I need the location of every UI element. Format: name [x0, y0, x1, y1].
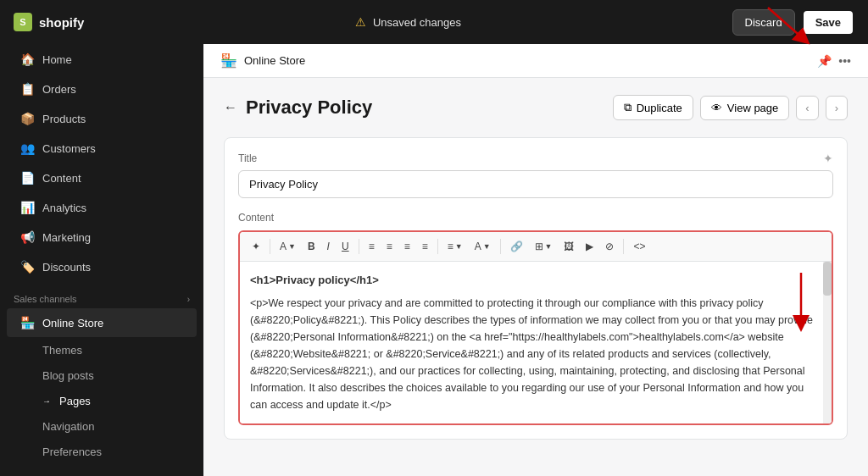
- sidebar-item-point-of-sale[interactable]: 🛒 Point of Sale: [7, 469, 197, 476]
- navigation-label: Navigation: [42, 420, 94, 433]
- sparkle-icon[interactable]: ✦: [823, 152, 833, 165]
- toolbar-table-btn[interactable]: ⊞ ▼: [530, 237, 558, 256]
- blog-posts-label: Blog posts: [42, 369, 94, 382]
- nav-next-button[interactable]: ›: [826, 96, 848, 120]
- sidebar-item-customers-label: Customers: [42, 142, 96, 155]
- toolbar-source-btn[interactable]: <>: [628, 237, 650, 256]
- unsaved-label: Unsaved changes: [373, 16, 461, 29]
- sidebar-item-content-label: Content: [42, 172, 81, 185]
- sidebar-item-discounts-label: Discounts: [42, 261, 91, 274]
- sidebar-item-online-store-label: Online Store: [42, 317, 103, 329]
- nav-prev-button[interactable]: ‹: [796, 96, 818, 120]
- topbar: S shopify ⚠ Unsaved changes Discard Save: [0, 0, 868, 44]
- sidebar-item-analytics-label: Analytics: [42, 202, 86, 214]
- sidebar-sub-pages[interactable]: → Pages: [7, 389, 197, 413]
- title-input[interactable]: [238, 170, 833, 198]
- sidebar-item-content[interactable]: 📄 Content: [7, 163, 197, 192]
- topbar-left: S shopify: [14, 13, 84, 31]
- view-page-button[interactable]: 👁 View page: [700, 96, 789, 120]
- toolbar-align-center-btn[interactable]: ≡: [381, 237, 398, 256]
- toolbar-sep-2: [359, 239, 359, 254]
- rich-text-editor: ✦ A ▼ B I U ≡ ≡ ≡ ≡ ≡ ▼ A ▼: [238, 230, 833, 425]
- themes-label: Themes: [42, 344, 82, 357]
- page-actions: ⧉ Duplicate 👁 View page ‹ ›: [613, 95, 848, 120]
- sales-channels-label: Sales channels ›: [0, 282, 203, 307]
- scrollbar-thumb[interactable]: [823, 262, 832, 296]
- shopify-logo: S shopify: [14, 13, 84, 31]
- page-content: ← Privacy Policy ⧉ Duplicate 👁 View page…: [203, 78, 868, 476]
- sidebar-item-analytics[interactable]: 📊 Analytics: [7, 193, 197, 222]
- toolbar-sep-5: [623, 239, 624, 254]
- sidebar-item-customers[interactable]: 👥 Customers: [7, 134, 197, 163]
- duplicate-icon: ⧉: [624, 101, 632, 114]
- toolbar-align-justify-btn[interactable]: ≡: [417, 237, 433, 256]
- sidebar-item-online-store[interactable]: 🏪 Online Store: [7, 308, 197, 337]
- sidebar-item-orders-label: Orders: [42, 83, 76, 96]
- editor-body[interactable]: <h1>Privacy policy</h1> <p>We respect yo…: [240, 262, 832, 423]
- sidebar-item-home[interactable]: 🏠 Home: [7, 45, 197, 74]
- editor-toolbar: ✦ A ▼ B I U ≡ ≡ ≡ ≡ ≡ ▼ A ▼: [240, 232, 832, 262]
- sidebar-item-discounts[interactable]: 🏷️ Discounts: [7, 252, 197, 281]
- content-area: 🏪 Online Store 📌 ••• ← Privacy Policy ⧉ …: [203, 44, 868, 476]
- preferences-label: Preferences: [42, 446, 102, 458]
- pages-label: Pages: [59, 395, 91, 407]
- sidebar-sub-navigation[interactable]: Navigation: [7, 414, 197, 439]
- sidebar-sub-preferences[interactable]: Preferences: [7, 440, 197, 464]
- shopify-name: shopify: [39, 15, 84, 30]
- toolbar-sep-4: [500, 239, 501, 254]
- toolbar-italic-btn[interactable]: I: [322, 237, 335, 256]
- sidebar-sub-themes[interactable]: Themes: [7, 338, 197, 363]
- toolbar-sep-3: [437, 239, 438, 254]
- content-icon: 📄: [20, 171, 34, 185]
- toolbar-image-btn[interactable]: 🖼: [559, 237, 579, 256]
- sidebar-item-home-label: Home: [42, 53, 72, 66]
- expand-icon[interactable]: ›: [187, 295, 190, 304]
- sidebar-item-marketing[interactable]: 📢 Marketing: [7, 223, 197, 252]
- page-title-row: ← Privacy Policy ⧉ Duplicate 👁 View page…: [224, 95, 848, 120]
- sidebar-item-products[interactable]: 📦 Products: [7, 104, 197, 133]
- toolbar-text-align-btn[interactable]: ≡ ▼: [442, 237, 468, 256]
- more-options-icon[interactable]: •••: [838, 54, 851, 68]
- scrollbar-track[interactable]: [823, 262, 832, 423]
- home-icon: 🏠: [20, 53, 34, 66]
- toolbar-font-family-btn[interactable]: A ▼: [275, 237, 301, 256]
- orders-icon: 📋: [20, 82, 34, 96]
- sidebar-item-products-label: Products: [42, 113, 86, 125]
- title-field-label: Title ✦: [238, 152, 833, 165]
- pin-icon[interactable]: 📌: [817, 54, 832, 68]
- sidebar-sub-blog-posts[interactable]: Blog posts: [7, 363, 197, 388]
- toolbar-clear-btn[interactable]: ⊘: [600, 237, 619, 256]
- eye-icon: 👁: [711, 102, 722, 114]
- toolbar-bold-btn[interactable]: B: [303, 237, 320, 256]
- discard-button[interactable]: Discard: [732, 9, 795, 36]
- toolbar-link-btn[interactable]: 🔗: [505, 237, 528, 256]
- editor-body-wrapper: <h1>Privacy policy</h1> <p>We respect yo…: [240, 262, 832, 423]
- toolbar-align-left-btn[interactable]: ≡: [364, 237, 380, 256]
- toolbar-underline-btn[interactable]: U: [337, 237, 354, 256]
- sidebar: 🏠 Home 📋 Orders 📦 Products 👥 Customers 📄…: [0, 44, 203, 476]
- content-header: 🏪 Online Store 📌 •••: [203, 44, 868, 78]
- toolbar-video-btn[interactable]: ▶: [581, 237, 598, 256]
- analytics-icon: 📊: [20, 201, 34, 214]
- content-field-label: Content: [238, 212, 833, 224]
- sidebar-item-orders[interactable]: 📋 Orders: [7, 75, 197, 103]
- header-store-icon: 🏪: [220, 53, 237, 69]
- duplicate-button[interactable]: ⧉ Duplicate: [613, 95, 693, 120]
- warning-icon: ⚠: [355, 15, 366, 29]
- marketing-icon: 📢: [20, 230, 34, 244]
- products-icon: 📦: [20, 112, 34, 125]
- back-button[interactable]: ←: [224, 100, 237, 115]
- page-title-left: ← Privacy Policy: [224, 97, 372, 119]
- discounts-icon: 🏷️: [20, 260, 34, 274]
- toolbar-align-right-btn[interactable]: ≡: [399, 237, 415, 256]
- main-layout: 🏠 Home 📋 Orders 📦 Products 👥 Customers 📄…: [0, 44, 868, 476]
- save-button[interactable]: Save: [802, 9, 854, 36]
- toolbar-text-color-btn[interactable]: A ▼: [470, 237, 496, 256]
- shopify-bag-icon: S: [14, 13, 32, 31]
- active-arrow-icon: →: [42, 396, 51, 406]
- unsaved-changes-banner: ⚠ Unsaved changes: [355, 15, 461, 29]
- toolbar-magic-btn[interactable]: ✦: [247, 237, 265, 256]
- header-store-title: Online Store: [244, 54, 305, 67]
- topbar-actions: Discard Save: [732, 9, 854, 36]
- editor-card: Title ✦ Content ✦ A ▼ B I U ≡: [224, 137, 848, 440]
